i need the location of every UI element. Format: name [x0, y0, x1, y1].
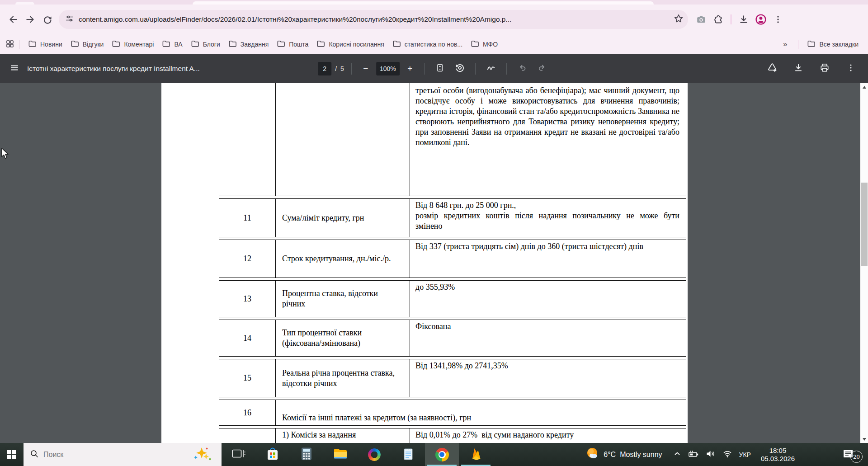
file-explorer-button[interactable] — [323, 443, 357, 466]
row-value-cell: Від 0,01% до 27% від суми наданого креди… — [410, 428, 686, 443]
volume-icon[interactable] — [706, 450, 716, 460]
battery-icon[interactable] — [688, 450, 699, 460]
value-line: Від 8 648 грн. до 25 000 грн., — [415, 200, 679, 211]
row-label-cell: 1) Комісія за надання кредиту — [276, 428, 410, 443]
bookmark-folder-vidhuky[interactable]: Відгуки — [66, 37, 108, 52]
bookmark-folder-blohy[interactable]: Блоги — [187, 37, 224, 52]
bookmark-folder-novyny[interactable]: Новини — [24, 37, 66, 52]
bookmarks-divider — [19, 40, 19, 49]
weather-icon — [586, 447, 599, 462]
language-indicator[interactable]: УКР — [739, 451, 751, 458]
chrome-taskbar-button[interactable] — [425, 443, 459, 466]
copilot-button[interactable] — [357, 443, 391, 466]
bookmark-label: МФО — [483, 41, 498, 48]
pdf-viewport: третьої особи (вигодонабувача або бенефі… — [0, 83, 868, 443]
tab-search-button[interactable] — [15, 2, 34, 5]
bookmark-folder-korysni[interactable]: Корисні посилання — [312, 37, 388, 52]
tray-icons: УКР — [668, 450, 756, 460]
bookmark-folder-va[interactable]: ВА — [158, 37, 186, 52]
pdf-download-button[interactable] — [790, 61, 807, 77]
row-number-cell — [219, 428, 276, 443]
scrollbar[interactable] — [860, 83, 868, 443]
rotate-button[interactable] — [452, 61, 468, 77]
calculator-button[interactable] — [289, 443, 323, 466]
scrollbar-thumb[interactable] — [861, 183, 868, 266]
row-label-cell: Процентна ставка, відсотки річних — [276, 281, 410, 317]
downloads-button[interactable] — [735, 11, 752, 28]
notepad-button[interactable] — [391, 443, 425, 466]
bookmark-folder-statystyka[interactable]: статистика по нов... — [388, 37, 467, 52]
table-row: 11 Сума/ліміт кредиту, грн Від 8 648 грн… — [219, 198, 686, 237]
site-info-icon[interactable] — [65, 14, 74, 25]
row-number-cell: 15 — [219, 359, 276, 397]
search-input[interactable] — [43, 451, 193, 459]
firebase-app-button[interactable] — [459, 443, 493, 466]
table-row: 15 Реальна річна процентна ставка, відсо… — [219, 359, 686, 397]
pdf-more-button[interactable] — [843, 61, 859, 77]
undo-button[interactable] — [514, 61, 530, 77]
address-bar[interactable]: content.amigo.com.ua/uploads/elFinder/do… — [59, 10, 688, 29]
firebase-icon — [470, 447, 482, 462]
screen: content.amigo.com.ua/uploads/elFinder/do… — [0, 0, 868, 466]
zoom-in-button[interactable]: + — [403, 62, 417, 75]
clock-date: 05.03.2026 — [761, 455, 795, 463]
folder-icon — [71, 39, 79, 49]
fit-page-button[interactable] — [432, 61, 448, 77]
avatar-icon — [755, 14, 767, 25]
bookmark-star-icon[interactable] — [674, 14, 684, 25]
screenshot-button[interactable] — [693, 11, 710, 28]
clock-widget[interactable]: 18:05 05.03.2026 — [756, 447, 799, 463]
weather-condition: Mostly sunny — [620, 451, 662, 459]
save-to-drive-button[interactable] — [764, 61, 780, 77]
weather-widget[interactable]: 6°C Mostly sunny — [580, 447, 667, 462]
reload-button[interactable] — [39, 11, 56, 28]
pdf-divider — [506, 63, 507, 75]
action-center-button[interactable]: 20 — [799, 446, 868, 463]
page-number-input[interactable]: 2 — [318, 62, 331, 75]
forward-button[interactable] — [22, 11, 39, 28]
download-icon — [793, 63, 803, 75]
annotate-button[interactable] — [483, 61, 499, 77]
undo-icon — [518, 63, 527, 74]
search-icon — [30, 449, 39, 460]
zoom-out-button[interactable]: − — [359, 62, 373, 75]
bookmark-folder-komentari[interactable]: Коментарі — [108, 37, 158, 52]
zoom-level[interactable]: 100% — [376, 62, 400, 75]
redo-button[interactable] — [534, 61, 550, 77]
taskbar-search-box[interactable] — [24, 443, 222, 466]
url-text[interactable]: content.amigo.com.ua/uploads/elFinder/do… — [79, 15, 670, 24]
back-button[interactable] — [5, 11, 22, 28]
puzzle-icon — [713, 14, 723, 24]
scroll-down-arrow[interactable] — [860, 435, 868, 443]
weather-temp: 6°C — [604, 451, 616, 459]
browser-menu-button[interactable] — [769, 11, 787, 28]
row-value-cell: Від 8 648 грн. до 25 000 грн., розмір кр… — [410, 199, 686, 237]
extensions-button[interactable] — [710, 11, 727, 28]
table-row-continued: третьої особи (вигодонабувача або бенефі… — [219, 83, 686, 196]
wifi-icon[interactable] — [722, 450, 732, 460]
table-row: 12 Строк кредитування, дн./міс./р. Від 3… — [219, 240, 686, 278]
row-value-cell: Фіксована — [410, 320, 686, 356]
bookmark-label: статистика по нов... — [405, 41, 462, 48]
pdf-menu-button[interactable] — [6, 61, 23, 77]
start-button[interactable] — [0, 443, 24, 466]
task-view-button[interactable] — [222, 443, 255, 466]
bookmarks-overflow-chevron[interactable]: » — [777, 40, 793, 49]
row-label-cell — [276, 83, 410, 196]
characteristics-table: третьої особи (вигодонабувача або бенефі… — [219, 83, 686, 443]
chrome-icon — [435, 448, 449, 461]
active-tab[interactable] — [193, 1, 654, 5]
bookmark-folder-zavdannia[interactable]: Завдання — [224, 37, 273, 52]
print-button[interactable] — [816, 61, 833, 77]
row-merged-cell: Комісії та інші платежі за кредитом (за … — [276, 400, 686, 425]
drive-add-icon — [767, 62, 778, 75]
bookmark-folder-mfo[interactable]: МФО — [467, 37, 502, 52]
pdf-divider — [424, 63, 425, 75]
all-bookmarks-button[interactable]: Все закладки — [803, 37, 863, 52]
apps-grid-icon[interactable] — [5, 39, 14, 50]
hidden-icons-chevron[interactable] — [673, 450, 681, 460]
microsoft-store-button[interactable] — [255, 443, 289, 466]
bookmark-folder-poshta[interactable]: Пошта — [273, 37, 312, 52]
profile-button[interactable] — [752, 11, 769, 28]
scroll-up-arrow[interactable] — [860, 83, 868, 91]
